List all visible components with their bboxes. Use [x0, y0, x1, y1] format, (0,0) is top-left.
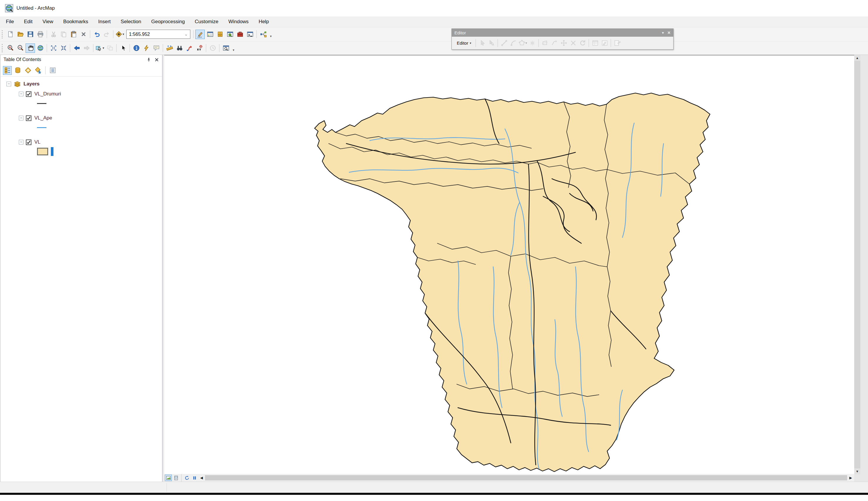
find-button[interactable] — [175, 43, 184, 53]
layer-visibility-checkbox[interactable] — [26, 115, 31, 121]
menu-edit[interactable]: Edit — [24, 19, 32, 25]
list-by-visibility-button[interactable] — [23, 66, 32, 75]
catalog-window-button[interactable] — [215, 30, 225, 39]
editor-menu-button[interactable]: Editor ▾ — [454, 39, 474, 47]
horizontal-scrollbar[interactable] — [205, 475, 847, 480]
menu-windows[interactable]: Windows — [228, 19, 248, 25]
undo-button[interactable] — [92, 30, 101, 39]
data-view-button[interactable] — [165, 475, 172, 481]
paste-button[interactable] — [69, 30, 78, 39]
toolbar-grip[interactable] — [2, 44, 3, 52]
menu-insert[interactable]: Insert — [98, 19, 111, 25]
measure-button[interactable] — [165, 43, 174, 53]
modelbuilder-icon — [260, 31, 267, 38]
open-button[interactable] — [15, 30, 25, 39]
delete-button[interactable] — [79, 30, 88, 39]
expander-minus-icon[interactable]: − — [19, 116, 23, 120]
toolbar-separator — [498, 39, 498, 47]
arctoolbox-button[interactable] — [235, 30, 245, 39]
zoom-in-button[interactable] — [6, 43, 15, 53]
e-rotate-icon — [579, 40, 586, 46]
close-icon[interactable] — [154, 57, 159, 62]
find-route-button[interactable] — [185, 43, 194, 53]
layers-group-icon — [13, 81, 21, 87]
menu-geoprocessing[interactable]: Geoprocessing — [151, 19, 185, 25]
layer-label[interactable]: VL_Drumuri — [34, 91, 61, 97]
toolbar-grip[interactable] — [2, 30, 3, 39]
add-data-button[interactable]: ▾ — [115, 30, 125, 39]
chevron-down-icon[interactable]: ⌄ — [184, 32, 188, 36]
editor-toolbar-close-icon[interactable]: ✕ — [667, 31, 670, 35]
menu-file[interactable]: File — [6, 19, 14, 25]
list-selection-icon — [35, 67, 42, 74]
layer-symbol[interactable] — [37, 122, 162, 132]
toolbar-separator — [47, 30, 47, 38]
identify-button[interactable] — [131, 43, 141, 53]
expander-minus-icon[interactable]: − — [19, 140, 23, 145]
html-popup-button[interactable] — [151, 43, 161, 53]
layer-visibility-checkbox[interactable] — [26, 91, 31, 97]
toc-title-bar: Table Of Contents — [1, 55, 162, 64]
viewer-window-icon — [223, 45, 230, 51]
editor-toolbar-dropdown-icon[interactable]: ▾ — [662, 31, 664, 35]
chevron-down-icon: ▾ — [470, 41, 471, 45]
list-by-drawing-order-button[interactable] — [3, 66, 12, 75]
zoom-in-icon — [7, 45, 14, 51]
scale-input[interactable]: 1:565.952⌄ — [126, 30, 190, 39]
modelbuilder-button[interactable] — [258, 30, 268, 39]
layer-visibility-checkbox[interactable] — [26, 139, 31, 145]
zoom-out-button[interactable] — [15, 43, 25, 53]
back-extent-button[interactable] — [72, 43, 81, 53]
list-by-selection-button[interactable] — [34, 66, 43, 75]
search-window-button[interactable] — [225, 30, 235, 39]
select-elements-button[interactable] — [118, 43, 128, 53]
expander-minus-icon[interactable]: − — [19, 92, 23, 96]
fixed-zoom-in-button[interactable] — [49, 43, 58, 53]
toc-options-button[interactable] — [48, 66, 57, 75]
scroll-up-arrow[interactable]: ▲ — [854, 55, 860, 61]
editor-toolbar-toggle-button[interactable] — [195, 30, 205, 39]
toolbar-overflow-button[interactable]: ▾ — [231, 44, 236, 53]
layer-label[interactable]: VL_Ape — [34, 115, 52, 121]
vertical-scrollbar[interactable]: ▲ ▼ — [854, 55, 860, 474]
scroll-down-arrow[interactable]: ▼ — [854, 468, 860, 474]
pan-button[interactable] — [25, 43, 35, 53]
expander-minus-icon[interactable]: − — [7, 82, 11, 86]
menu-bookmarks[interactable]: Bookmarks — [63, 19, 88, 25]
layer-label[interactable]: VL — [34, 139, 41, 145]
menu-selection[interactable]: Selection — [121, 19, 141, 25]
new-document-button[interactable] — [6, 30, 15, 39]
sketch-properties-button — [600, 39, 609, 47]
go-to-xy-button[interactable] — [195, 43, 204, 53]
layers-group-label[interactable]: Layers — [23, 81, 40, 87]
layer-symbol[interactable] — [37, 147, 162, 157]
fixed-zoom-out-button[interactable] — [59, 43, 68, 53]
layout-view-button[interactable] — [172, 475, 179, 481]
scroll-right-arrow[interactable]: ▶ — [848, 475, 854, 481]
print-button[interactable] — [35, 30, 45, 39]
scroll-left-arrow[interactable]: ◀ — [199, 475, 204, 481]
editor-toolbar-titlebar[interactable]: Editor ▾ ✕ — [452, 29, 673, 37]
hyperlink-button[interactable] — [141, 43, 151, 53]
viewer-window-button[interactable] — [221, 43, 231, 53]
map-canvas[interactable] — [164, 55, 854, 474]
toolbar-separator — [47, 44, 47, 52]
pause-drawing-button[interactable] — [191, 475, 198, 481]
full-extent-button[interactable] — [35, 43, 45, 53]
menu-view[interactable]: View — [43, 19, 53, 25]
menu-customize[interactable]: Customize — [195, 19, 218, 25]
refresh-view-button[interactable] — [183, 475, 190, 481]
menu-help[interactable]: Help — [258, 19, 269, 25]
save-button[interactable] — [25, 30, 35, 39]
layer-symbol[interactable] — [37, 98, 162, 108]
pin-icon[interactable] — [146, 57, 151, 62]
toolbar-overflow-button[interactable]: ▾ — [268, 30, 273, 39]
toolbar-separator — [611, 39, 611, 47]
list-by-source-button[interactable] — [13, 66, 22, 75]
status-bar — [0, 482, 868, 493]
python-window-button[interactable] — [245, 30, 255, 39]
e-polygon-icon — [519, 40, 525, 46]
table-of-contents-toggle-button[interactable] — [205, 30, 215, 39]
select-features-button[interactable]: ▾ — [95, 43, 105, 53]
window-bottom-edge — [0, 493, 868, 495]
